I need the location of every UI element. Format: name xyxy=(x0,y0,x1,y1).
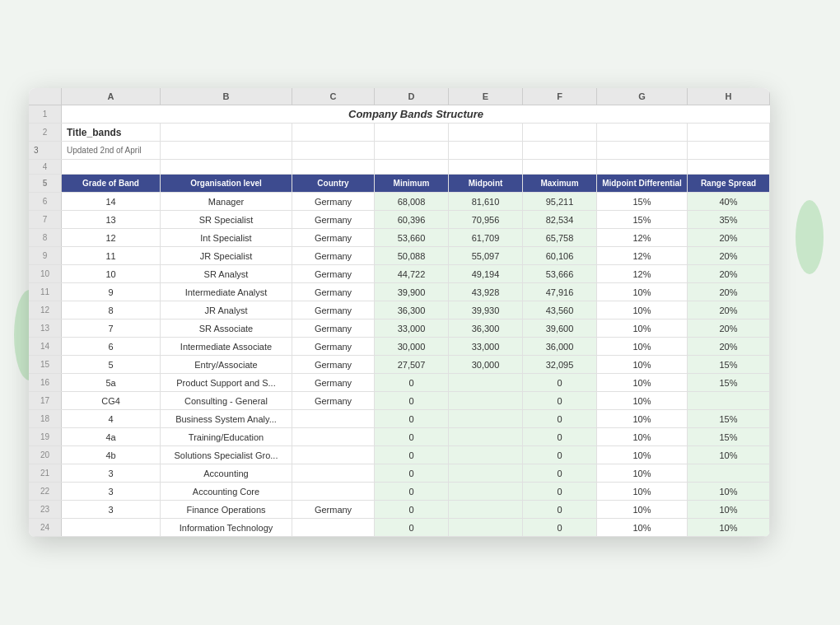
cell-country xyxy=(292,410,375,427)
cell-min: 50,088 xyxy=(375,247,449,264)
cell-mid: 55,097 xyxy=(449,247,523,264)
cell-max: 65,758 xyxy=(523,229,597,246)
cell-diff: 12% xyxy=(597,247,688,264)
cell-min: 0 xyxy=(375,392,449,409)
cell-diff: 10% xyxy=(597,464,688,482)
col-header-b: B xyxy=(161,88,292,105)
cell-max: 39,600 xyxy=(523,319,597,337)
cell-grade: 10 xyxy=(62,265,161,282)
col-header-d: D xyxy=(375,88,449,105)
cell-grade: 7 xyxy=(62,319,161,337)
row2-e xyxy=(449,124,523,141)
th-spread: Range Spread xyxy=(688,175,770,192)
cell-mid: 70,956 xyxy=(449,211,523,228)
rownum: 13 xyxy=(29,319,62,337)
cell-min: 0 xyxy=(375,501,449,518)
cell-diff: 15% xyxy=(597,211,688,228)
cell-mid: 33,000 xyxy=(449,338,523,355)
th-grade: Grade of Band xyxy=(62,175,161,192)
cell-grade: CG4 xyxy=(62,392,161,409)
cell-max: 82,534 xyxy=(523,211,597,228)
cell-country xyxy=(292,428,375,445)
table-row: 17 CG4 Consulting - General Germany 0 0 … xyxy=(29,392,770,410)
cell-country: Germany xyxy=(292,265,375,282)
cell-min: 0 xyxy=(375,464,449,482)
cell-diff: 10% xyxy=(597,374,688,391)
cell-mid: 36,300 xyxy=(449,319,523,337)
cell-mid: 30,000 xyxy=(449,356,523,373)
col-header-c: C xyxy=(292,88,375,105)
cell-mid xyxy=(449,392,523,409)
cell-max: 0 xyxy=(523,501,597,518)
cell-country: Germany xyxy=(292,247,375,264)
rownum: 10 xyxy=(29,265,62,282)
table-row: 18 4 Business System Analy... 0 0 10% 15… xyxy=(29,410,770,428)
cell-diff: 10% xyxy=(597,283,688,301)
table-row: 6 14 Manager Germany 68,008 81,610 95,21… xyxy=(29,193,770,211)
row3-c xyxy=(292,142,375,159)
rownum: 14 xyxy=(29,338,62,355)
cell-spread: 20% xyxy=(688,265,770,282)
cell-diff: 10% xyxy=(597,519,688,536)
cell-org: Accounting Core xyxy=(161,483,292,500)
col-header-e: E xyxy=(449,88,523,105)
cell-diff: 10% xyxy=(597,301,688,319)
cell-org: Consulting - General xyxy=(161,392,292,409)
rownum: 24 xyxy=(29,519,62,536)
cell-spread: 20% xyxy=(688,338,770,355)
cell-min: 44,722 xyxy=(375,265,449,282)
cell-min: 39,900 xyxy=(375,283,449,301)
cell-diff: 10% xyxy=(597,319,688,337)
rownum: 16 xyxy=(29,374,62,391)
cell-grade: 14 xyxy=(62,193,161,210)
cell-mid xyxy=(449,464,523,482)
cell-org: JR Analyst xyxy=(161,301,292,319)
row-5-header: 5 Grade of Band Organisation level Count… xyxy=(29,175,770,193)
cell-spread: 15% xyxy=(688,410,770,427)
cell-grade: 9 xyxy=(62,283,161,301)
cell-diff: 10% xyxy=(597,446,688,464)
cell-org: Training/Education xyxy=(161,428,292,445)
th-mid: Midpoint xyxy=(449,175,523,192)
cell-country: Germany xyxy=(292,283,375,301)
cell-max: 0 xyxy=(523,392,597,409)
cell-country: Germany xyxy=(292,229,375,246)
cell-country: Germany xyxy=(292,193,375,210)
rownum-1: 1 xyxy=(29,105,62,123)
row2-h xyxy=(688,124,770,141)
cell-max: 53,666 xyxy=(523,265,597,282)
th-country: Country xyxy=(292,175,375,192)
cell-country xyxy=(292,446,375,464)
cell-diff: 10% xyxy=(597,483,688,500)
table-row: 15 5 Entry/Associate Germany 27,507 30,0… xyxy=(29,356,770,374)
cell-max: 47,916 xyxy=(523,283,597,301)
cell-country: Germany xyxy=(292,374,375,391)
cell-min: 0 xyxy=(375,410,449,427)
cell-grade: 3 xyxy=(62,501,161,518)
cell-grade: 3 xyxy=(62,464,161,482)
table-row: 14 6 Intermediate Associate Germany 30,0… xyxy=(29,338,770,356)
cell-min: 0 xyxy=(375,483,449,500)
rownum-4: 4 xyxy=(29,160,62,174)
row-3: 3 Updated 2nd of April xyxy=(29,142,770,160)
cell-min: 0 xyxy=(375,428,449,445)
rownum: 18 xyxy=(29,410,62,427)
rownum: 12 xyxy=(29,301,62,319)
cell-diff: 10% xyxy=(597,501,688,518)
rownum: 17 xyxy=(29,392,62,409)
cell-spread: 15% xyxy=(688,428,770,445)
table-row: 20 4b Solutions Specialist Gro... 0 0 10… xyxy=(29,446,770,464)
table-row: 23 3 Finance Operations Germany 0 0 10% … xyxy=(29,501,770,519)
table-row: 16 5a Product Support and S... Germany 0… xyxy=(29,374,770,392)
table-row: 10 10 SR Analyst Germany 44,722 49,194 5… xyxy=(29,265,770,283)
cell-diff: 12% xyxy=(597,229,688,246)
cell-org: Solutions Specialist Gro... xyxy=(161,446,292,464)
row2-f xyxy=(523,124,597,141)
cell-mid xyxy=(449,519,523,536)
cell-max: 0 xyxy=(523,410,597,427)
rownum: 23 xyxy=(29,501,62,518)
data-rows: 6 14 Manager Germany 68,008 81,610 95,21… xyxy=(29,193,770,537)
cell-country: Germany xyxy=(292,211,375,228)
cell-spread: 20% xyxy=(688,319,770,337)
cell-mid xyxy=(449,428,523,445)
